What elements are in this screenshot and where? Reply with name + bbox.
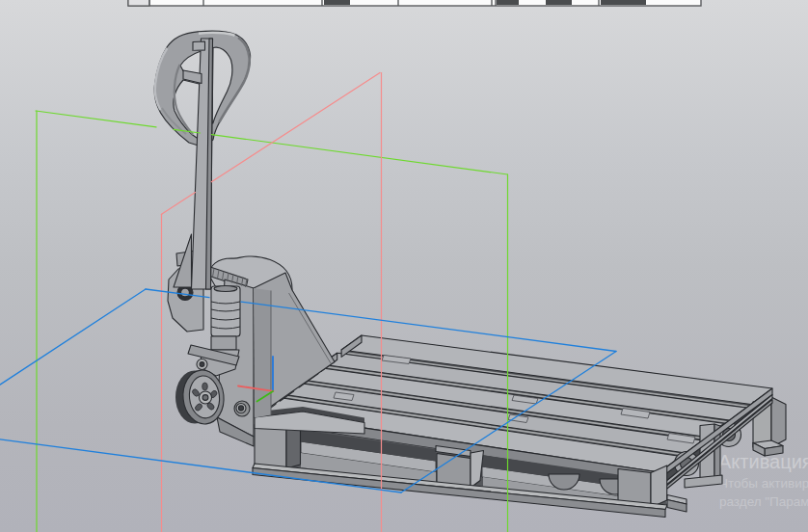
- svg-text:раздел "Параметры: раздел "Параметры: [719, 494, 808, 509]
- svg-text:Чтобы активировать: Чтобы активировать: [719, 476, 808, 491]
